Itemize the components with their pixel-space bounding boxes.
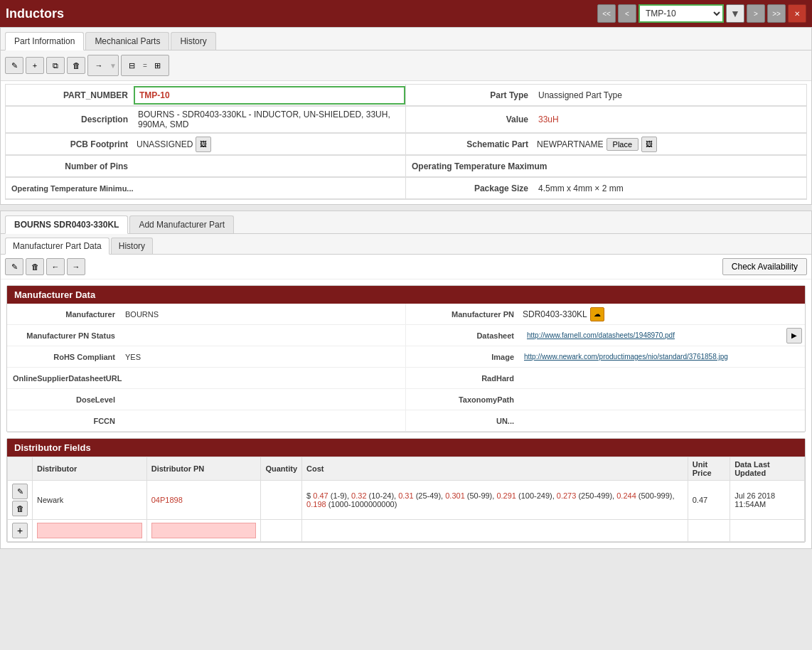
value-value: 33uH — [534, 112, 806, 127]
distributor-section: Distributor Fields Distributor Distribut… — [6, 438, 806, 543]
part-number-cell: PART_NUMBER TMP-10 — [6, 85, 406, 106]
dropdown-arrow-button[interactable]: ▼ — [726, 4, 744, 23]
pcb-footprint-label: PCB Footprint — [6, 137, 134, 152]
datasheet-open-btn[interactable]: ▶ — [786, 328, 802, 343]
new-row: + — [8, 520, 805, 542]
row-delete-button[interactable]: 🗑 — [12, 501, 28, 516]
col-actions — [8, 457, 33, 481]
fccn-cell: FCCN — [7, 410, 406, 432]
new-row-updated-cell — [730, 520, 805, 542]
cost-cell: $ 0.47 (1-9), 0.32 (10-24), 0.31 (25-49)… — [302, 481, 688, 520]
pcb-footprint-cell: PCB Footprint UNASSIGNED 🖼 — [6, 134, 406, 155]
mfr-pn-status-value — [121, 333, 405, 339]
copy-button[interactable]: ⧉ — [46, 57, 65, 74]
place-button[interactable]: Place — [607, 138, 639, 151]
taxonomy-value — [520, 397, 805, 403]
num-pins-label: Number of Pins — [6, 159, 134, 174]
value-label: Value — [406, 112, 534, 127]
delete-button[interactable]: 🗑 — [67, 57, 85, 74]
new-row-quantity-cell — [261, 520, 302, 542]
op-temp-max-value — [553, 164, 807, 169]
unit-price-value: 0.47 — [693, 496, 707, 504]
mfr-pn-cell: Manufacturer PN SDR0403-330KL ☁ — [406, 304, 805, 325]
new-row-distributor-cell[interactable] — [33, 520, 147, 542]
part-type-label: Part Type — [406, 87, 534, 103]
add-button[interactable]: + — [26, 57, 44, 74]
main-tab-bar: Part Information Mechanical Parts Histor… — [1, 28, 811, 50]
inner-tab-bar: Manufacturer Part Data History — [1, 234, 811, 255]
datasheet-value[interactable]: http://www.farnell.com/datasheets/194897… — [523, 329, 784, 342]
close-button[interactable]: ✕ — [788, 4, 806, 23]
nav-first-button[interactable]: << — [597, 4, 616, 23]
col-quantity: Quantity — [261, 457, 302, 481]
schematic-part-value: NEWPARTNAME — [537, 139, 604, 149]
nav-last-button[interactable]: >> — [767, 4, 786, 23]
part-number-label: PART_NUMBER — [6, 87, 134, 103]
dose-level-value — [121, 397, 405, 403]
inner-nav-next-button[interactable]: → — [67, 258, 85, 275]
inner-tab-mfr-part-data[interactable]: Manufacturer Part Data — [5, 238, 109, 255]
schematic-icon-btn[interactable]: 🖼 — [641, 137, 657, 152]
taxonomy-cell: TaxonomyPath — [406, 389, 805, 410]
part-type-value: Unassigned Part Type — [534, 87, 806, 103]
row-edit-button[interactable]: ✎ — [12, 484, 28, 499]
unit-price-cell: 0.47 — [688, 481, 730, 520]
part-type-cell: Part Type Unassigned Part Type — [406, 85, 806, 106]
pcb-footprint-icon-btn[interactable]: 🖼 — [196, 137, 211, 152]
inner-toolbar: ✎ 🗑 ← → Check Availability — [1, 255, 811, 279]
mfr-tab-add[interactable]: Add Manufacturer Part — [129, 215, 234, 233]
mfr-pn-label: Manufacturer PN — [406, 307, 520, 321]
pcb-footprint-value-wrap: UNASSIGNED 🖼 — [134, 135, 405, 154]
tab-part-information[interactable]: Part Information — [5, 32, 84, 50]
dose-level-label: DoseLevel — [7, 393, 121, 407]
app-title: Inductors — [6, 6, 64, 21]
new-row-pn-input[interactable] — [151, 523, 257, 538]
nav-prev-button[interactable]: < — [618, 4, 636, 23]
distributor-name: Newark — [37, 496, 63, 504]
inner-toolbar-left: ✎ 🗑 ← → — [5, 258, 85, 275]
radhard-cell: RadHard — [406, 368, 805, 389]
table-button[interactable]: ⊞ — [149, 57, 167, 74]
check-availability-button[interactable]: Check Availability — [722, 258, 807, 275]
manufacturer-data-section: Manufacturer Data Manufacturer BOURNS Ma… — [6, 285, 806, 432]
col-unit-price: Unit Price — [688, 457, 730, 481]
rohs-value: YES — [121, 350, 405, 364]
mfr-pn-icon-btn[interactable]: ☁ — [590, 307, 604, 321]
op-temp-min-value — [139, 186, 405, 191]
manufacturer-label: Manufacturer — [7, 307, 121, 321]
package-size-label: Package Size — [406, 181, 534, 196]
edit-button[interactable]: ✎ — [5, 57, 23, 74]
radhard-value — [520, 375, 805, 381]
table-row: ✎ 🗑 Newark 04P1898 — [8, 481, 805, 520]
tab-history[interactable]: History — [171, 32, 215, 50]
package-size-value: 4.5mm x 4mm × 2 mm — [534, 181, 806, 196]
image-value[interactable]: http://www.newark.com/productimages/nio/… — [520, 350, 805, 363]
new-row-pn-cell[interactable] — [146, 520, 261, 542]
action-group: ⊟ = ⊞ — [121, 55, 169, 76]
distributor-pn-link[interactable]: 04P1898 — [151, 496, 183, 504]
toolbar-arrow-right-button[interactable]: → — [90, 57, 108, 74]
cost-value: $ 0.47 (1-9), 0.32 (10-24), 0.31 (25-49)… — [306, 491, 674, 508]
app-header: Inductors << < TMP-10 ▼ > >> ✕ — [0, 0, 812, 27]
distributor-name-cell: Newark — [33, 481, 147, 520]
inner-delete-button[interactable]: 🗑 — [26, 258, 44, 275]
quantity-cell — [261, 481, 302, 520]
mfr-tab-bourns[interactable]: BOURNS SDR0403-330KL — [5, 215, 128, 234]
manufacturer-data-header: Manufacturer Data — [7, 286, 805, 304]
part-select[interactable]: TMP-10 — [639, 4, 724, 23]
un-label: UN... — [406, 414, 520, 428]
add-row-button[interactable]: + — [12, 523, 28, 538]
tab-mechanical-parts[interactable]: Mechanical Parts — [85, 32, 169, 50]
mfr-pn-value-wrap: SDR0403-330KL ☁ — [520, 306, 805, 323]
inner-nav-prev-button[interactable]: ← — [46, 258, 65, 275]
inner-tab-history[interactable]: History — [111, 238, 153, 254]
op-temp-max-label: Operating Temperature Maximum — [406, 159, 553, 174]
inner-edit-button[interactable]: ✎ — [5, 258, 23, 275]
row-action-buttons: ✎ 🗑 — [12, 484, 28, 516]
distributor-table-header-row: Distributor Distributor PN Quantity Cost… — [8, 457, 805, 481]
new-row-distributor-input[interactable] — [37, 523, 142, 538]
nav-next-button[interactable]: > — [747, 4, 765, 23]
schematic-part-label: Schematic Part — [406, 137, 534, 152]
split-button[interactable]: ⊟ — [123, 57, 141, 74]
col-cost: Cost — [302, 457, 688, 481]
